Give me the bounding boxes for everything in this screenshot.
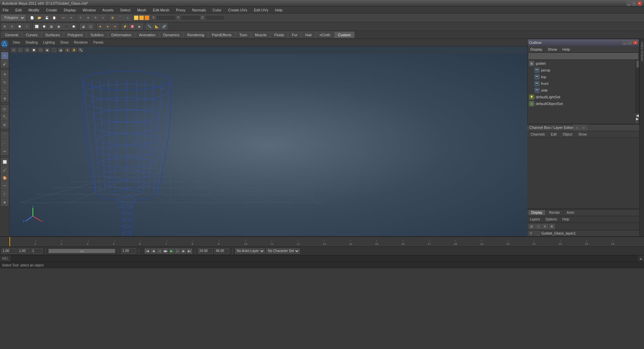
outliner-item-side[interactable]: 📷 side <box>528 87 639 94</box>
select-tool[interactable]: ↖ <box>77 15 84 21</box>
outliner-item-persp[interactable]: 📷 persp <box>528 67 639 73</box>
le-options-btn[interactable]: ⚙ <box>549 224 555 229</box>
vp-btn10[interactable]: ⚡ <box>71 47 77 53</box>
tb2-btn10[interactable]: 🔲 <box>70 23 77 30</box>
vt-show[interactable]: Show <box>59 40 70 45</box>
rotate-btn[interactable]: ↻ <box>1 79 8 86</box>
menu-create[interactable]: Create <box>45 7 58 13</box>
vp-btn7[interactable]: ⬛ <box>51 47 57 53</box>
tb2-btn4[interactable]: ▪ <box>23 23 30 30</box>
close-button[interactable]: ✕ <box>637 1 642 6</box>
scale-tool[interactable]: ⤡ <box>100 15 106 21</box>
tab-subdivs[interactable]: Subdivs <box>87 32 107 38</box>
curve-tool-btn[interactable]: ⌒ <box>1 132 8 139</box>
rotate-tool[interactable]: ↻ <box>92 15 99 21</box>
om-help[interactable]: Help <box>561 47 572 52</box>
snap-curve[interactable]: ⌒ <box>117 15 123 21</box>
tab-curves[interactable]: Curves <box>22 32 41 38</box>
le-tab-display[interactable]: Display <box>529 210 545 215</box>
menu-assets[interactable]: Assets <box>101 7 115 13</box>
cloth-btn[interactable]: ◈ <box>1 198 8 206</box>
le-mi-help[interactable]: Help <box>561 217 571 222</box>
character-set-dropdown[interactable]: No Character Set <box>266 248 300 254</box>
tb2-btn16[interactable]: ⚡ <box>121 23 128 30</box>
menu-normals[interactable]: Normals <box>191 7 207 13</box>
save-button[interactable]: 💾 <box>43 15 50 21</box>
menu-select[interactable]: Select <box>119 7 132 13</box>
vp-btn5[interactable]: □ <box>38 47 44 53</box>
next-key-btn[interactable]: ▷ <box>175 248 180 254</box>
om-display[interactable]: Display <box>529 47 544 52</box>
outliner-minimize[interactable]: _ <box>622 41 627 45</box>
tab-surfaces[interactable]: Surfaces <box>42 32 63 38</box>
anim-layer-dropdown[interactable]: No Anim Layer <box>235 248 265 254</box>
3d-paint-btn[interactable]: 🎨 <box>1 174 8 182</box>
hair-btn[interactable]: ⌇ <box>1 190 8 198</box>
sculpt-btn[interactable]: 🔨 <box>1 113 8 120</box>
next-frame-btn[interactable]: ▶ <box>181 248 186 254</box>
tab-fluids[interactable]: Fluids <box>271 32 288 38</box>
vp-btn9[interactable]: ● <box>64 47 70 53</box>
tab-deformation[interactable]: Deformation <box>108 32 135 38</box>
snap-grid[interactable]: ⊞ <box>109 15 116 21</box>
anim-end2-field[interactable] <box>214 248 229 254</box>
tab-dynamics[interactable]: Dynamics <box>160 32 183 38</box>
tab-fur[interactable]: Fur <box>288 32 301 38</box>
fluids-btn[interactable]: 〜 <box>1 182 8 190</box>
tab-animation[interactable]: Animation <box>136 32 159 38</box>
vt-lighting[interactable]: Lighting <box>42 40 56 45</box>
tb2-btn9[interactable]: ⬛ <box>63 23 69 30</box>
tab-custom[interactable]: Custom <box>334 32 355 38</box>
menu-edit[interactable]: Edit <box>14 7 23 13</box>
soft-mod-btn[interactable]: ◎ <box>1 105 8 112</box>
color-swatch-3[interactable] <box>145 15 149 20</box>
le-tab-render[interactable]: Render <box>546 210 563 215</box>
paint-btn[interactable]: 🖊 <box>1 166 8 173</box>
layer-row-goblet[interactable]: V Goblet_Glass_layer1 <box>527 230 639 236</box>
menu-edit-mesh[interactable]: Edit Mesh <box>152 7 171 13</box>
minimize-button[interactable]: _ <box>627 1 631 6</box>
outliner-item-front[interactable]: 📷 front <box>528 80 639 87</box>
outliner-scrollbar[interactable]: ◀ ▶ <box>636 60 639 124</box>
tb2-btn13[interactable]: ● <box>97 23 104 30</box>
tb2-btn18[interactable]: ▶ <box>136 23 143 30</box>
cb-tab-object[interactable]: Object <box>561 132 575 137</box>
tb2-btn14[interactable]: ● <box>104 23 111 30</box>
vp-btn11[interactable]: 🔧 <box>78 47 84 53</box>
outliner-item-lightset[interactable]: 💡 defaultLightSet <box>528 94 639 100</box>
vp-btn4[interactable]: 🔲 <box>31 47 37 53</box>
open-button[interactable]: 📂 <box>36 15 43 21</box>
le-tab-anim[interactable]: Anim <box>564 210 577 215</box>
tb2-btn19[interactable]: 🔧 <box>146 23 153 30</box>
select-tool-btn[interactable]: ↖ <box>1 52 8 59</box>
current-frame-right[interactable] <box>121 248 136 254</box>
color-swatch-2[interactable] <box>139 15 144 20</box>
vt-view[interactable]: View <box>11 40 21 45</box>
le-mi-layers[interactable]: Layers <box>529 217 541 222</box>
play-fwd-btn[interactable]: ▶ <box>169 248 174 254</box>
cb-tab-channels[interactable]: Channels <box>529 132 547 137</box>
cb-dock-btn[interactable]: ◁ <box>573 124 580 131</box>
play-back-btn[interactable]: ◀▶ <box>163 248 168 254</box>
mel-input[interactable] <box>11 255 637 262</box>
vp-btn6[interactable]: ▣ <box>44 47 50 53</box>
le-create-btn[interactable]: ⊕ <box>529 224 535 229</box>
cb-tab-show[interactable]: Show <box>576 132 589 137</box>
scale-btn[interactable]: ⤡ <box>1 87 8 94</box>
new-scene-button[interactable]: 📄 <box>29 15 35 21</box>
vp-btn1[interactable]: ↖ <box>11 47 17 53</box>
tb2-btn8[interactable]: ▣ <box>55 23 62 30</box>
menu-window[interactable]: Window <box>81 7 97 13</box>
range-bar[interactable]: 24 <box>48 249 115 253</box>
menu-proxy[interactable]: Proxy <box>175 7 187 13</box>
layer-visibility[interactable]: V <box>529 231 533 236</box>
save-as-button[interactable]: 📋 <box>51 15 57 21</box>
move-tool[interactable]: ✛ <box>85 15 92 21</box>
color-swatch-1[interactable] <box>134 15 139 20</box>
tb2-btn21[interactable]: 🔗 <box>161 23 167 30</box>
menu-file[interactable]: File <box>1 7 10 13</box>
current-frame-field[interactable] <box>31 248 43 254</box>
anim-end-field[interactable] <box>198 248 213 254</box>
pencil-btn[interactable]: ✏ <box>1 148 8 155</box>
le-mi-options[interactable]: Options <box>544 217 558 222</box>
